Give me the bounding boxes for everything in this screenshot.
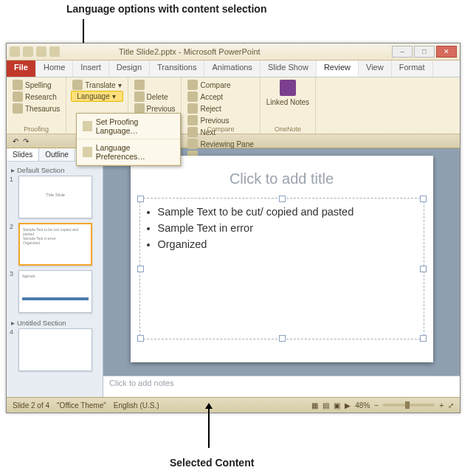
bullet-1[interactable]: Sample Text to be cut/ copied and pasted xyxy=(158,206,413,218)
tab-view[interactable]: View xyxy=(359,61,392,77)
tab-animations[interactable]: Animations xyxy=(204,61,260,77)
zoom-slider[interactable] xyxy=(383,404,435,407)
thumb-row-2: 2 Sample Text to be cut/ copied and past… xyxy=(10,223,100,266)
zoom-in-button[interactable]: + xyxy=(439,401,444,410)
tab-format[interactable]: Format xyxy=(392,61,433,77)
outline-tab[interactable]: Outline xyxy=(39,148,75,161)
thesaurus-button[interactable]: Thesaurus xyxy=(11,103,61,114)
thumbnail-3[interactable]: Agenda xyxy=(18,270,92,313)
ribbon-group-onenote: Linked Notes OneNote xyxy=(261,77,316,134)
zoom-level[interactable]: 48% xyxy=(355,401,370,410)
redo-icon[interactable] xyxy=(49,46,60,57)
tab-slideshow[interactable]: Slide Show xyxy=(261,61,317,77)
view-reading-icon[interactable]: ▣ xyxy=(334,401,340,410)
reject-label: Reject xyxy=(200,105,221,113)
reviewing-pane-button[interactable]: Reviewing Pane xyxy=(186,138,255,150)
slide-panel: Slides Outline × ▸ Default Section 1 Tit… xyxy=(7,148,103,397)
maximize-button[interactable]: □ xyxy=(414,46,435,58)
close-button[interactable]: ✕ xyxy=(436,46,457,58)
section-default-label: Default Section xyxy=(17,166,64,174)
linked-notes-button[interactable]: Linked Notes xyxy=(265,79,311,107)
resize-handle-se[interactable] xyxy=(420,335,427,342)
bullet-list: Sample Text to be cut/ copied and pasted… xyxy=(158,206,413,250)
resize-handle-n[interactable] xyxy=(279,196,286,202)
tab-review[interactable]: Review xyxy=(317,61,359,77)
slides-tab[interactable]: Slides xyxy=(7,148,39,161)
powerpoint-icon xyxy=(10,46,20,57)
undo-icon[interactable] xyxy=(36,46,46,57)
view-sorter-icon[interactable]: ▤ xyxy=(322,401,329,410)
section-untitled[interactable]: ▸ Untitled Section xyxy=(10,317,100,328)
title-placeholder[interactable]: Click to add title xyxy=(139,166,424,198)
resize-handle-sw[interactable] xyxy=(137,335,144,342)
status-theme: "Office Theme" xyxy=(57,401,106,410)
titlebar: Title Slide2.pptx - Microsoft PowerPoint… xyxy=(7,44,460,61)
resize-handle-ne[interactable] xyxy=(420,196,427,202)
save-icon[interactable] xyxy=(23,46,33,57)
app-window: Title Slide2.pptx - Microsoft PowerPoint… xyxy=(6,43,461,413)
thumb-num-1: 1 xyxy=(10,176,15,183)
thumb1-text: Title Slide xyxy=(22,193,89,197)
section-default[interactable]: ▸ Default Section xyxy=(10,165,100,176)
language-label: Language xyxy=(77,92,110,100)
thumbnail-list: ▸ Default Section 1 Title Slide 2 Sample… xyxy=(7,162,103,397)
delete-icon xyxy=(134,92,145,102)
status-right: ▦ ▤ ▣ ▶ 48% − + ⤢ xyxy=(311,401,454,410)
status-language[interactable]: English (U.S.) xyxy=(114,401,159,410)
set-proofing-language-item[interactable]: Set Proofing Language… xyxy=(77,114,180,139)
tab-design[interactable]: Design xyxy=(109,61,150,77)
reject-button[interactable]: Reject xyxy=(186,103,255,114)
language-dropdown: Set Proofing Language… Language Preferen… xyxy=(76,113,181,166)
lang-prefs-label: Language Preferences… xyxy=(96,143,174,161)
annotation-top: Language options with content selection xyxy=(66,3,266,15)
accept-button[interactable]: Accept xyxy=(186,91,255,103)
ribbon-group-proofing: Spelling Research Thesaurus Proofing xyxy=(7,77,66,134)
tab-home[interactable]: Home xyxy=(36,61,73,77)
translate-button[interactable]: Translate ▾ xyxy=(71,79,123,91)
resize-handle-w[interactable] xyxy=(137,266,144,272)
redo-bar-icon[interactable]: ↷ xyxy=(23,137,29,145)
tab-file[interactable]: File xyxy=(7,61,36,77)
research-icon xyxy=(13,92,23,102)
new-comment-button[interactable] xyxy=(133,79,177,91)
view-normal-icon[interactable]: ▦ xyxy=(311,401,318,410)
resize-handle-e[interactable] xyxy=(420,266,427,272)
research-button[interactable]: Research xyxy=(11,91,61,103)
zoom-knob[interactable] xyxy=(405,401,410,409)
minimize-button[interactable]: – xyxy=(392,46,413,58)
compare-button[interactable]: Compare xyxy=(186,79,255,91)
bullet-3[interactable]: Organized xyxy=(158,238,413,250)
spelling-label: Spelling xyxy=(25,81,52,89)
thumb3-bar xyxy=(22,297,89,300)
resize-handle-s[interactable] xyxy=(279,335,286,342)
undo-bar-icon[interactable]: ↶ xyxy=(13,137,18,145)
language-preferences-item[interactable]: Language Preferences… xyxy=(77,139,180,165)
comment-icon xyxy=(134,80,145,90)
content-placeholder[interactable]: Sample Text to be cut/ copied and pasted… xyxy=(139,198,424,339)
delete-comment-button[interactable]: Delete xyxy=(133,91,177,103)
bullet-2[interactable]: Sample Text in error xyxy=(158,222,413,234)
delete-label: Delete xyxy=(147,93,168,101)
notes-pane[interactable]: Click to add notes xyxy=(103,376,460,397)
view-slideshow-icon[interactable]: ▶ xyxy=(345,401,351,410)
ribbon-tabs: File Home Insert Design Transitions Anim… xyxy=(7,61,460,77)
ribbon: Spelling Research Thesaurus Proofing Tra… xyxy=(7,77,460,134)
thumbnail-2[interactable]: Sample Text to be cut/ copied and pasted… xyxy=(18,223,92,266)
thesaurus-label: Thesaurus xyxy=(25,105,60,113)
thesaurus-icon xyxy=(13,103,23,114)
window-title: Title Slide2.pptx - Microsoft PowerPoint xyxy=(119,47,261,56)
thumb-row-3: 3 Agenda xyxy=(10,270,100,313)
slide-canvas[interactable]: Click to add title Sample Text to be cut… xyxy=(131,156,433,362)
tab-transitions[interactable]: Transitions xyxy=(150,61,204,77)
thumbnail-4[interactable] xyxy=(18,328,92,371)
tab-insert[interactable]: Insert xyxy=(73,61,109,77)
language-button[interactable]: Language ▾ xyxy=(71,91,123,102)
thumbnail-1[interactable]: Title Slide xyxy=(18,176,92,218)
previous-change-button[interactable]: Previous xyxy=(186,114,255,126)
quick-access-toolbar xyxy=(10,46,60,57)
spelling-button[interactable]: Spelling xyxy=(11,79,61,91)
fit-to-window-button[interactable]: ⤢ xyxy=(448,401,454,410)
zoom-out-button[interactable]: − xyxy=(374,401,379,410)
thumb-num-3: 3 xyxy=(10,270,15,277)
resize-handle-nw[interactable] xyxy=(137,196,144,202)
